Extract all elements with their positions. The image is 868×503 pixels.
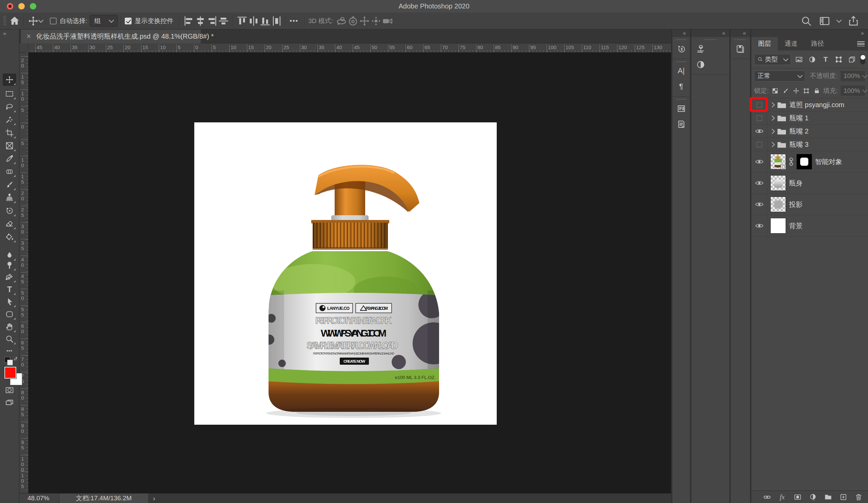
layer-mask-thumbnail[interactable] [796, 154, 812, 169]
edit-toolbar-icon[interactable]: ••• [3, 345, 16, 357]
hand-tool[interactable] [3, 321, 16, 333]
layer-row-pingzui2[interactable]: 瓶嘴 2 [751, 125, 868, 138]
panel-menu-icon[interactable] [857, 41, 865, 46]
close-window-button[interactable] [7, 3, 13, 10]
paint-bucket-tool[interactable] [3, 231, 16, 243]
smart-object-filter-icon[interactable] [847, 54, 857, 64]
search-icon[interactable] [800, 15, 812, 27]
workspace-chevron-icon[interactable] [836, 18, 842, 23]
history-panel-icon[interactable] [672, 41, 690, 56]
layer-row-beijing[interactable]: 背景 [751, 215, 868, 237]
object-selection-tool[interactable] [3, 114, 16, 126]
3d-roll-icon[interactable] [347, 15, 359, 27]
layer-name[interactable]: 投影 [789, 200, 803, 209]
crop-tool[interactable] [3, 127, 16, 139]
close-tab-icon[interactable]: × [27, 33, 31, 40]
auto-select-target-select[interactable]: 组 [90, 15, 118, 27]
layer-name[interactable]: 遮照 psyangji.com [789, 100, 844, 109]
new-group-icon[interactable] [823, 492, 833, 502]
ruler-origin-corner[interactable] [19, 43, 29, 53]
tab-layers[interactable]: 图层 [751, 37, 778, 51]
expand-group-chevron-icon[interactable] [770, 142, 775, 147]
layer-visibility-toggle[interactable] [751, 138, 767, 151]
rectangle-shape-tool[interactable] [3, 308, 16, 320]
lock-image-pixels-icon[interactable] [782, 86, 790, 95]
align-top-edges-icon[interactable] [236, 15, 248, 27]
layer-visibility-toggle[interactable] [751, 215, 767, 236]
move-tool[interactable] [3, 74, 16, 86]
layer-thumbnail[interactable] [770, 197, 786, 212]
workspace-switcher-icon[interactable] [819, 15, 830, 27]
rectangular-marquee-tool[interactable] [3, 88, 16, 100]
layer-visibility-toggle[interactable] [751, 98, 767, 111]
show-transform-controls-checkbox[interactable] [125, 18, 132, 24]
layer-row-pingshen[interactable]: 瓶身 [751, 172, 868, 194]
lasso-tool[interactable] [3, 101, 16, 113]
blend-mode-select[interactable]: 正常 [754, 71, 805, 82]
align-horizontal-centers-icon[interactable] [195, 15, 206, 27]
status-document-info[interactable]: 文档:17.4M/136.2M [59, 493, 148, 503]
properties-panel-icon[interactable] [691, 41, 729, 56]
character-styles-panel-icon[interactable] [672, 101, 690, 116]
layer-name[interactable]: 智能对象 [815, 157, 842, 166]
layer-row-pingzui1[interactable]: 瓶嘴 1 [751, 112, 868, 125]
type-layer-filter-icon[interactable]: T [820, 54, 831, 64]
minimize-window-button[interactable] [18, 3, 25, 10]
document-tab[interactable]: × 化妆品洗手液塑料透明瓶样机生成.psd @ 48.1%(RGB/8#) * [21, 30, 201, 43]
layer-visibility-toggle[interactable] [751, 151, 767, 172]
align-right-edges-icon[interactable] [206, 15, 218, 27]
adjustment-layer-filter-icon[interactable] [807, 54, 817, 64]
auto-select-checkbox[interactable] [50, 18, 56, 24]
ruler-horizontal[interactable]: 4540353025201510505101520253035404550556… [29, 43, 671, 53]
layer-thumbnail[interactable] [770, 218, 786, 233]
layer-visibility-toggle[interactable] [751, 194, 767, 215]
lock-artboard-icon[interactable] [802, 86, 810, 95]
layer-name[interactable]: 瓶身 [789, 179, 803, 188]
align-vertical-centers-icon[interactable] [218, 15, 229, 27]
collapse-to-icons[interactable]: » [751, 30, 868, 37]
lock-transparent-pixels-icon[interactable] [771, 86, 779, 95]
screen-mode-icon[interactable] [3, 397, 16, 409]
layer-thumbnail[interactable] [770, 154, 786, 169]
pen-tool[interactable] [3, 271, 16, 283]
adjustments-panel-icon[interactable] [691, 56, 729, 72]
status-options-chevron[interactable]: › [153, 494, 155, 502]
link-layers-icon[interactable] [762, 492, 772, 502]
mask-link-icon[interactable] [789, 157, 793, 167]
paragraph-panel-icon[interactable]: ¶ [672, 78, 690, 94]
opacity-field[interactable]: 100% [840, 71, 865, 82]
lock-all-icon[interactable] [813, 86, 821, 95]
layer-row-pingzui3[interactable]: 瓶嘴 3 [751, 138, 868, 151]
delete-layer-icon[interactable] [854, 492, 863, 502]
history-brush-tool[interactable] [3, 205, 16, 217]
tab-paths[interactable]: 路径 [804, 37, 831, 51]
quick-mask-mode-icon[interactable] [3, 384, 16, 396]
options-bar-grip[interactable] [3, 16, 6, 26]
collapse-panels-icon[interactable]: « [691, 30, 729, 37]
filter-toggle-switch[interactable] [860, 54, 865, 64]
expand-group-chevron-icon[interactable] [770, 115, 775, 120]
panel-grip[interactable] [735, 39, 746, 40]
layer-visibility-toggle[interactable] [751, 112, 767, 124]
maximize-window-button[interactable] [30, 3, 36, 10]
expand-group-chevron-icon[interactable] [770, 128, 775, 134]
expand-group-chevron-icon[interactable] [770, 102, 775, 107]
distribute-vertical-centers-icon[interactable] [271, 15, 282, 27]
eraser-tool[interactable] [3, 218, 16, 230]
panel-grip[interactable] [676, 99, 686, 99]
align-bottom-edges-icon[interactable] [259, 15, 271, 27]
align-left-edges-icon[interactable] [183, 15, 195, 27]
status-zoom-field[interactable]: 48.07% [19, 493, 59, 503]
brush-tool[interactable] [3, 179, 16, 191]
panel-grip[interactable] [705, 39, 716, 40]
panel-grip[interactable] [676, 39, 686, 40]
character-panel-icon[interactable]: A| [672, 63, 690, 78]
layer-visibility-toggle[interactable] [751, 172, 767, 193]
new-adjustment-layer-icon[interactable] [808, 492, 817, 502]
fill-field[interactable]: 100% [840, 85, 865, 96]
share-icon[interactable] [848, 15, 859, 27]
layer-thumbnail[interactable] [770, 175, 786, 191]
healing-brush-tool[interactable] [3, 165, 16, 178]
libraries-panel-icon[interactable] [731, 41, 750, 56]
path-selection-tool[interactable] [3, 295, 16, 308]
